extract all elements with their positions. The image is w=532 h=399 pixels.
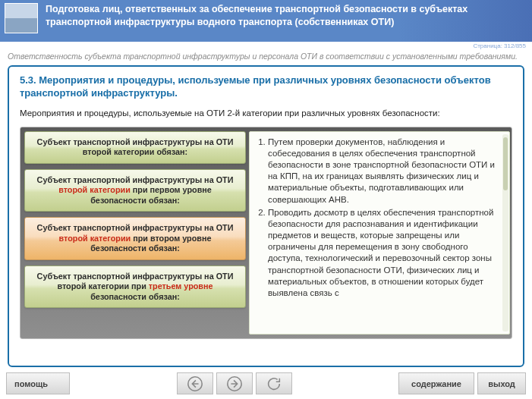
spacer — [295, 372, 396, 394]
scrollbar-thumb[interactable] — [503, 137, 508, 190]
tab-3[interactable]: Субъект транспортной инфраструктуры на О… — [24, 217, 246, 259]
tab-label-hl: третьем уровне — [149, 281, 213, 291]
tab-2[interactable]: Субъект транспортной инфраструктуры на О… — [24, 169, 246, 212]
tab-label-pre: Субъект транспортной инфраструктуры на О… — [37, 175, 234, 184]
section-title: 5.3. Мероприятия и процедуры, используем… — [20, 74, 512, 100]
spacer — [73, 372, 174, 394]
header-title: Подготовка лиц, ответственных за обеспеч… — [46, 3, 526, 29]
tab-4[interactable]: Субъект транспортной инфраструктуры на О… — [24, 265, 246, 308]
breadcrumb-subtitle: Ответственность субъекта транспортной ин… — [0, 49, 532, 65]
tab-content: Путем проверки документов, наблюдения и … — [249, 131, 510, 335]
header-thumbnail — [5, 3, 38, 33]
toc-label: содержание — [411, 379, 461, 388]
refresh-icon — [266, 375, 282, 392]
help-button[interactable]: помощь — [6, 372, 70, 394]
footer-nav: помощь содержание выход — [0, 369, 532, 399]
arrow-left-icon — [187, 375, 203, 392]
tab-label-pre: Субъект транспортной инфраструктуры на О… — [37, 223, 234, 232]
toc-button[interactable]: содержание — [398, 372, 474, 394]
page-counter: Страница: 312/855 — [0, 42, 532, 49]
tab-label-post: безопасности обязан: — [90, 292, 180, 301]
list-item: Путем проверки документов, наблюдения и … — [268, 137, 505, 206]
next-button[interactable] — [216, 372, 253, 394]
exit-button[interactable]: выход — [477, 372, 526, 394]
header: Подготовка лиц, ответственных за обеспеч… — [0, 0, 532, 42]
content-list: Путем проверки документов, наблюдения и … — [254, 137, 505, 299]
tab-label: Субъект транспортной инфраструктуры на О… — [37, 137, 234, 156]
tab-label-hl: второй категории — [58, 185, 131, 194]
tab-label-hl: второй категории — [59, 234, 131, 243]
help-label: помощь — [14, 379, 48, 388]
arrow-right-icon — [226, 375, 243, 392]
tab-1[interactable]: Субъект транспортной инфраструктуры на О… — [24, 131, 246, 164]
exit-label: выход — [488, 379, 515, 388]
refresh-button[interactable] — [256, 372, 292, 394]
tab-list: Субъект транспортной инфраструктуры на О… — [24, 131, 249, 335]
intro-text: Мероприятия и процедуры, используемые на… — [20, 108, 512, 119]
list-item: Проводить досмотр в целях обеспечения тр… — [268, 207, 505, 299]
content-frame: 5.3. Мероприятия и процедуры, используем… — [8, 65, 524, 367]
scrollbar[interactable] — [502, 134, 508, 331]
prev-button[interactable] — [177, 372, 213, 394]
tab-panel: Субъект транспортной инфраструктуры на О… — [20, 127, 512, 339]
